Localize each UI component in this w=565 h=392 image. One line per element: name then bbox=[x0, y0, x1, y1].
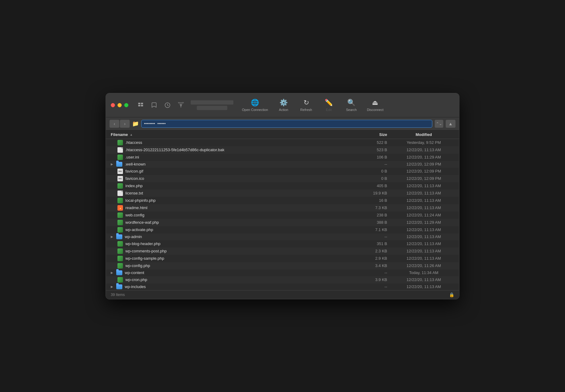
table-row[interactable]: wp-blog-header.php 351 B 12/22/20, 11:13… bbox=[106, 240, 459, 248]
table-row[interactable]: ▶ .well-known -- 12/22/20, 12:09 PM bbox=[106, 161, 459, 168]
file-name-cell: ▶ wp-includes bbox=[111, 284, 357, 289]
file-name-cell: IMG favicon.ico bbox=[111, 176, 357, 181]
file-name-cell: index.php bbox=[111, 183, 357, 189]
file-name-cell: web.config bbox=[111, 212, 357, 218]
file-name-cell: wp-activate.php bbox=[111, 227, 357, 233]
refresh-label: Refresh bbox=[300, 108, 312, 112]
open-connection-button[interactable]: 🌐 Open Connection bbox=[238, 97, 272, 113]
file-name: wp-config.php bbox=[125, 263, 150, 268]
disconnect-button[interactable]: ⏏ Disconnect bbox=[363, 97, 387, 113]
table-row[interactable]: ▶ wp-admin -- 12/22/20, 11:13 AM bbox=[106, 233, 459, 240]
toolbar-actions: 🌐 Open Connection ⚙️ Action ↻ Refresh ✏️… bbox=[238, 97, 387, 113]
file-modified: 12/22/20, 12:09 PM bbox=[393, 169, 454, 173]
file-name: web.config bbox=[125, 213, 144, 217]
svg-rect-2 bbox=[138, 105, 140, 106]
minimize-button[interactable] bbox=[117, 103, 122, 107]
php-file-icon bbox=[117, 155, 123, 160]
file-modified: 12/22/20, 11:29 AM bbox=[393, 155, 454, 159]
table-row[interactable]: web.config 238 B 12/22/20, 11:24 AM bbox=[106, 212, 459, 219]
addressbar: ‹ › 📁 ⌃⌄ ▲ bbox=[106, 117, 459, 130]
file-size: 3.9 KB bbox=[357, 277, 393, 282]
php-file-icon bbox=[117, 277, 123, 283]
table-row[interactable]: wp-comments-post.php 2.3 KB 12/22/20, 11… bbox=[106, 248, 459, 255]
modified-column-header[interactable]: Modified bbox=[393, 132, 454, 137]
file-size: 238 B bbox=[357, 213, 393, 217]
table-row[interactable]: local-phpinfo.php 16 B 12/22/20, 11:13 A… bbox=[106, 197, 459, 204]
address-arrows-button[interactable]: ⌃⌄ bbox=[435, 120, 443, 128]
history-icon[interactable] bbox=[163, 100, 172, 110]
file-name: license.txt bbox=[125, 191, 143, 195]
sort-arrow-icon: ▲ bbox=[130, 133, 133, 136]
folder-file-icon bbox=[116, 270, 122, 275]
svg-rect-0 bbox=[138, 103, 140, 104]
search-button[interactable]: 🔍 Search bbox=[341, 97, 362, 113]
forward-button[interactable]: › bbox=[120, 120, 130, 128]
file-size: 7.1 KB bbox=[357, 227, 393, 232]
file-name: wordfence-waf.php bbox=[125, 220, 159, 225]
file-name: wp-includes bbox=[125, 284, 146, 289]
php-file-icon bbox=[117, 198, 123, 203]
file-modified: 12/22/20, 11:13 AM bbox=[393, 241, 454, 246]
folder-icon: 📁 bbox=[132, 120, 139, 127]
php-file-icon bbox=[117, 263, 123, 269]
table-row[interactable]: .htaccess-201222111253-5fe1d4b57d86c-dup… bbox=[106, 146, 459, 154]
file-size: -- bbox=[357, 162, 393, 166]
file-name: favicon.ico bbox=[125, 176, 144, 181]
up-button[interactable]: ▲ bbox=[446, 120, 455, 128]
file-size: 351 B bbox=[357, 241, 393, 246]
table-row[interactable]: .htaccess 522 B Yesterday, 9:52 PM bbox=[106, 139, 459, 146]
table-row[interactable]: ▶ wp-includes -- 12/22/20, 11:13 AM bbox=[106, 283, 459, 290]
window-title-area bbox=[191, 100, 233, 110]
php-file-icon bbox=[117, 220, 123, 225]
table-row[interactable]: .user.ini 106 B 12/22/20, 11:29 AM bbox=[106, 154, 459, 161]
table-row[interactable]: wp-cron.php 3.9 KB 12/22/20, 11:13 AM bbox=[106, 276, 459, 283]
file-size: 522 B bbox=[357, 140, 393, 145]
filename-column-header[interactable]: Filename ▲ bbox=[111, 132, 357, 137]
file-modified: 12/22/20, 11:13 AM bbox=[393, 184, 454, 188]
table-row[interactable]: wp-config-sample.php 2.9 KB 12/22/20, 11… bbox=[106, 255, 459, 262]
file-modified: 12/22/20, 12:09 PM bbox=[393, 162, 454, 166]
address-input[interactable] bbox=[141, 120, 432, 128]
back-button[interactable]: ‹ bbox=[110, 120, 119, 128]
folder-file-icon bbox=[116, 284, 122, 289]
file-name-cell: ▶ wp-content bbox=[111, 270, 357, 275]
file-name: favicon.gif bbox=[125, 169, 143, 173]
search-icon: 🔍 bbox=[347, 99, 355, 107]
file-name-cell: .user.ini bbox=[111, 155, 357, 160]
edit-label: Edit bbox=[326, 108, 332, 112]
refresh-button[interactable]: ↻ Refresh bbox=[296, 97, 317, 113]
main-window: 🌐 Open Connection ⚙️ Action ↻ Refresh ✏️… bbox=[106, 93, 459, 299]
file-size: -- bbox=[357, 234, 393, 239]
file-modified: 12/22/20, 11:13 AM bbox=[393, 148, 454, 152]
table-row[interactable]: license.txt 19.9 KB 12/22/20, 11:13 AM bbox=[106, 190, 459, 197]
file-modified: 12/22/20, 11:13 AM bbox=[393, 205, 454, 210]
file-name: wp-content bbox=[125, 270, 144, 275]
table-row[interactable]: IMG favicon.gif 0 B 12/22/20, 12:09 PM bbox=[106, 168, 459, 175]
file-modified: 12/22/20, 11:24 AM bbox=[393, 213, 454, 217]
traffic-lights bbox=[111, 103, 128, 107]
table-row[interactable]: IMG favicon.ico 0 B 12/22/20, 12:09 PM bbox=[106, 175, 459, 182]
file-name: wp-blog-header.php bbox=[125, 241, 160, 246]
gear-icon: ⚙️ bbox=[279, 99, 288, 107]
table-row[interactable]: wp-activate.php 7.1 KB 12/22/20, 11:13 A… bbox=[106, 226, 459, 233]
title-line-2 bbox=[197, 106, 227, 110]
network-icon[interactable] bbox=[176, 100, 186, 110]
table-row[interactable]: wp-config.php 3.4 KB 12/22/20, 11:26 AM bbox=[106, 262, 459, 269]
bookmark-icon[interactable] bbox=[149, 100, 159, 110]
close-button[interactable] bbox=[111, 103, 115, 107]
edit-button[interactable]: ✏️ Edit bbox=[318, 97, 340, 113]
table-row[interactable]: index.php 405 B 12/22/20, 11:13 AM bbox=[106, 182, 459, 190]
file-size: 106 B bbox=[357, 155, 393, 159]
size-column-header[interactable]: Size bbox=[357, 132, 393, 137]
table-row[interactable]: 🔥 readme.html 7.3 KB 12/22/20, 11:13 AM bbox=[106, 204, 459, 212]
layout-icon[interactable] bbox=[136, 100, 146, 110]
file-size: 523 B bbox=[357, 148, 393, 152]
table-row[interactable]: wordfence-waf.php 388 B 12/22/20, 11:29 … bbox=[106, 219, 459, 226]
action-button[interactable]: ⚙️ Action bbox=[273, 97, 294, 113]
table-row[interactable]: ▶ wp-content -- Today, 11:34 AM bbox=[106, 269, 459, 276]
item-count: 39 Items bbox=[111, 293, 125, 297]
maximize-button[interactable] bbox=[124, 103, 128, 107]
svg-rect-3 bbox=[141, 105, 143, 106]
file-modified: 12/22/20, 11:13 AM bbox=[393, 256, 454, 261]
file-modified: 12/22/20, 12:09 PM bbox=[393, 176, 454, 181]
